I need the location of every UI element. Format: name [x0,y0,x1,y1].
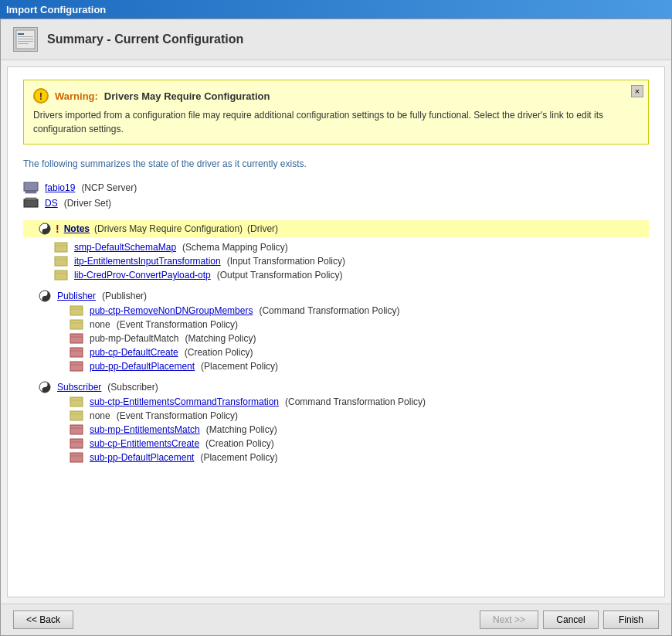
pub-cp-icon [70,347,83,358]
subscriber-policies-list: sub-ctp-EntitlementsCommandTransformatio… [23,395,649,464]
pub-none-icon [70,319,83,330]
subscriber-icon [39,381,51,393]
svg-rect-4 [18,41,33,42]
sub-cp-link[interactable]: sub-cp-EntitlementsCreate [90,438,199,449]
server-label: (NCP Server) [81,182,137,193]
sub-ctp-icon [70,396,83,407]
sub-none-icon [70,410,83,421]
sub-mp-link[interactable]: sub-mp-EntitlementsMatch [90,424,200,435]
svg-point-11 [44,225,46,227]
svg-point-20 [44,292,46,294]
svg-rect-37 [70,411,83,420]
pub-ctp-row: pub-ctp-RemoveNonDNGroupMembers (Command… [23,304,649,318]
header-bar: Summary - Current Configuration [1,19,671,60]
notes-end: (Driver) [247,223,278,234]
back-button[interactable]: << Back [13,610,73,629]
policy-row-smp: smp-DefaultSchemaMap (Schema Mapping Pol… [23,240,649,254]
sub-mp-label: (Matching Policy) [206,424,277,435]
svg-point-34 [44,389,46,391]
pub-cp-label: (Creation Policy) [185,347,253,358]
driver-policies-list: smp-DefaultSchemaMap (Schema Mapping Pol… [23,240,649,282]
pub-cp-link[interactable]: pub-cp-DefaultCreate [90,347,178,358]
warning-icon: ! [33,88,49,104]
svg-rect-43 [70,453,83,462]
svg-rect-41 [70,439,83,448]
pub-mp-icon [70,333,83,344]
pub-pp-row: pub-pp-DefaultPlacement (Placement Polic… [23,359,649,373]
sub-ctp-label: (Command Transformation Policy) [285,396,426,407]
sub-cp-row: sub-cp-EntitlementsCreate (Creation Poli… [23,437,649,451]
itp-link[interactable]: itp-EntitlementsInputTransformation [74,256,221,267]
publisher-icon [39,290,51,302]
sub-pp-label: (Placement Policy) [200,452,277,463]
footer: << Back Next >> Cancel Finish [1,604,671,635]
pub-mp-text: pub-mp-DefaultMatch [90,333,178,344]
publisher-row: Publisher (Publisher) [23,288,649,304]
notes-middle: (Drivers May Require Configuration) [94,223,243,234]
sub-none-row: none (Event Transformation Policy) [23,409,649,423]
sub-pp-link[interactable]: sub-pp-DefaultPlacement [90,452,194,463]
title-bar-label: Import Configuration [6,4,106,15]
lib-link[interactable]: lib-CredProv-ConvertPayload-otp [74,270,211,281]
header-title: Summary - Current Configuration [47,32,243,46]
pub-ctp-link[interactable]: pub-ctp-RemoveNonDNGroupMembers [90,305,253,316]
svg-rect-3 [18,39,33,39]
notes-exclamation: ! [56,223,59,235]
svg-rect-8 [24,199,38,207]
sub-none-label: (Event Transformation Policy) [117,410,238,421]
driverset-icon [23,197,39,209]
svg-rect-6 [24,182,38,191]
server-link[interactable]: fabio19 [45,182,75,193]
server-row: fabio19 (NCP Server) [23,180,649,196]
svg-rect-9 [25,198,36,200]
summary-text: The following summarizes the state of th… [23,157,649,171]
tree-section: fabio19 (NCP Server) DS (Driver Set) [23,180,649,464]
svg-rect-28 [70,348,83,357]
publisher-link[interactable]: Publisher [57,291,96,301]
sub-ctp-row: sub-ctp-EntitlementsCommandTransformatio… [23,395,649,409]
svg-point-21 [44,298,46,300]
finish-button[interactable]: Finish [603,610,659,629]
svg-rect-7 [25,191,36,193]
warning-close-button[interactable]: × [631,85,643,97]
next-button[interactable]: Next >> [480,610,538,629]
pub-none-row: none (Event Transformation Policy) [23,318,649,332]
smp-link[interactable]: smp-DefaultSchemaMap [74,242,176,253]
smp-icon [54,242,68,253]
pub-mp-row: pub-mp-DefaultMatch (Matching Policy) [23,332,649,345]
cancel-button[interactable]: Cancel [543,610,599,629]
pub-cp-row: pub-cp-DefaultCreate (Creation Policy) [23,345,649,359]
svg-point-12 [44,230,46,233]
itp-icon [54,256,68,267]
warning-title: Drivers May Require Configuration [104,90,270,102]
driverset-link[interactable]: DS [45,198,58,209]
footer-buttons: Next >> Cancel Finish [480,610,659,629]
sub-ctp-link[interactable]: sub-ctp-EntitlementsCommandTransformatio… [90,396,279,407]
svg-rect-15 [55,257,67,266]
subscriber-label: (Subscriber) [107,382,158,393]
pub-pp-label: (Placement Policy) [201,361,278,372]
svg-rect-26 [70,334,83,343]
footer-left: << Back [13,610,475,629]
sub-cp-icon [70,438,83,449]
svg-rect-35 [70,397,83,406]
subscriber-link[interactable]: Subscriber [57,382,101,393]
driverset-label: (Driver Set) [64,198,111,209]
warning-box: × ! Warning: Drivers May Require Configu… [23,80,649,145]
smp-label: (Schema Mapping Policy) [182,242,288,253]
svg-rect-13 [55,243,67,252]
pub-pp-link[interactable]: pub-pp-DefaultPlacement [90,361,195,372]
sub-pp-row: sub-pp-DefaultPlacement (Placement Polic… [23,451,649,464]
notes-label[interactable]: Notes [64,223,90,234]
pub-ctp-icon [70,305,83,316]
warning-header: ! Warning: Drivers May Require Configura… [33,88,639,104]
policy-row-itp: itp-EntitlementsInputTransformation (Inp… [23,254,649,268]
svg-rect-2 [18,36,33,37]
pub-mp-label: (Matching Policy) [185,333,256,344]
main-area: × ! Warning: Drivers May Require Configu… [7,66,665,597]
svg-rect-39 [70,425,83,434]
pub-none-label: (Event Transformation Policy) [117,319,238,330]
pub-ctp-label: (Command Transformation Policy) [259,305,399,316]
pub-none-text: none [90,319,110,330]
sub-cp-label: (Creation Policy) [205,438,274,449]
